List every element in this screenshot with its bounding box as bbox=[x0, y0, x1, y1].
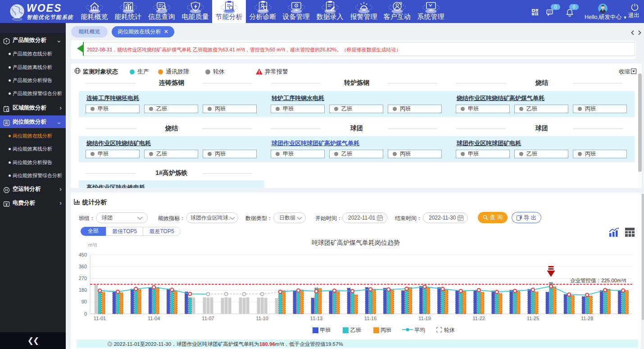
svg-text:11-04: 11-04 bbox=[148, 316, 160, 321]
svg-text:11-01: 11-01 bbox=[94, 316, 106, 321]
svg-text:360: 360 bbox=[79, 264, 87, 269]
svg-text:11-07: 11-07 bbox=[202, 316, 214, 321]
svg-text:450: 450 bbox=[79, 252, 87, 257]
svg-text:90: 90 bbox=[82, 299, 87, 304]
svg-text:11-28: 11-28 bbox=[581, 316, 593, 321]
svg-text:11-10: 11-10 bbox=[256, 316, 268, 321]
svg-text:11-19: 11-19 bbox=[418, 316, 431, 321]
svg-text:11-16: 11-16 bbox=[364, 316, 376, 321]
svg-text:270: 270 bbox=[79, 276, 87, 281]
svg-text:11-22: 11-22 bbox=[473, 316, 485, 321]
svg-text:11-25: 11-25 bbox=[527, 316, 539, 321]
svg-text:企业管控值：225.00m³/t: 企业管控值：225.00m³/t bbox=[570, 278, 626, 283]
svg-text:11-13: 11-13 bbox=[310, 316, 322, 321]
svg-text:0: 0 bbox=[84, 311, 87, 317]
svg-text:180: 180 bbox=[79, 287, 87, 293]
